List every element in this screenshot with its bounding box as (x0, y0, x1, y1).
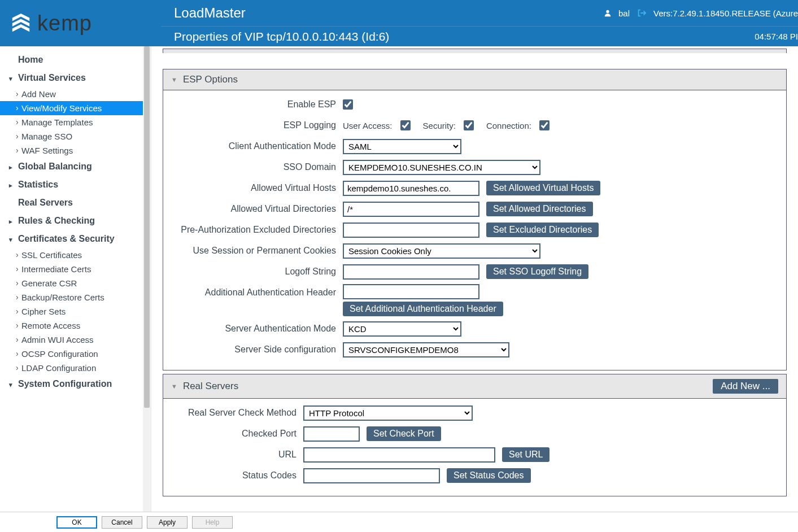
nav-view-modify[interactable]: View/Modify Services (0, 101, 151, 115)
logoff-input[interactable] (343, 264, 479, 280)
nav-real-servers[interactable]: Real Servers (0, 194, 151, 212)
nav-global-balancing[interactable]: Global Balancing (0, 158, 151, 176)
set-status-codes-button[interactable]: Set Status Codes (447, 468, 531, 483)
nav-ocsp[interactable]: OCSP Configuration (0, 347, 151, 361)
checked-port-input[interactable] (303, 426, 360, 442)
enable-esp-checkbox[interactable] (343, 99, 353, 110)
nav-cipher[interactable]: Cipher Sets (0, 304, 151, 319)
sso-domain-select[interactable]: KEMPDEMO10.SUNESHES.CO.IN (343, 160, 540, 175)
server-side-select[interactable]: SRVSCONFIGKEMPDEMO8 (343, 342, 509, 357)
nav-manage-templates[interactable]: Manage Templates (0, 115, 151, 129)
log-security-checkbox[interactable] (464, 120, 474, 130)
client-auth-label: Client Authentication Mode (173, 141, 343, 151)
url-input[interactable] (303, 447, 495, 463)
set-check-port-button[interactable]: Set Check Port (367, 426, 441, 441)
nav-rules[interactable]: Rules & Checking (0, 212, 151, 230)
server-side-label: Server Side configuration (173, 345, 343, 355)
status-codes-label: Status Codes (173, 470, 303, 481)
nav-home[interactable]: Home (0, 51, 151, 69)
addl-auth-label: Additional Authentication Header (173, 284, 343, 298)
nav-admin[interactable]: Admin WUI Access (0, 333, 151, 347)
cancel-button[interactable]: Cancel (102, 516, 142, 529)
nav-certs[interactable]: Certificates & Security (0, 230, 151, 248)
nav-intermediate[interactable]: Intermediate Certs (0, 262, 151, 276)
scrollbar[interactable] (143, 46, 151, 532)
set-allowed-dirs-button[interactable]: Set Allowed Directories (486, 202, 593, 216)
nav-ssl[interactable]: SSL Certificates (0, 248, 151, 262)
esp-panel-header[interactable]: ▼ ESP Options (163, 69, 786, 90)
app-title: LoadMaster (174, 5, 246, 21)
rs-panel-header[interactable]: ▼ Real Servers Add New ... (163, 374, 786, 399)
set-excluded-dirs-button[interactable]: Set Excluded Directories (486, 223, 599, 237)
server-auth-label: Server Authentication Mode (173, 324, 343, 334)
allowed-dirs-label: Allowed Virtual Directories (173, 204, 343, 214)
collapse-icon: ▼ (171, 76, 177, 83)
server-auth-select[interactable]: KCD (343, 321, 461, 337)
excluded-dirs-input[interactable] (343, 223, 479, 238)
set-allowed-hosts-button[interactable]: Set Allowed Virtual Hosts (486, 181, 600, 195)
svg-marker-2 (12, 24, 29, 32)
username: bal (618, 8, 630, 18)
apply-button[interactable]: Apply (147, 516, 187, 529)
check-method-select[interactable]: HTTP Protocol (303, 405, 473, 421)
logout-icon[interactable] (636, 8, 647, 18)
nav-system-config[interactable]: System Configuration (0, 375, 151, 393)
log-security-label: Security: (423, 121, 456, 130)
rs-panel-title: Real Servers (183, 381, 238, 392)
nav-csr[interactable]: Generate CSR (0, 276, 151, 290)
svg-point-3 (606, 10, 609, 13)
logo-text: kemp (37, 11, 92, 36)
allowed-hosts-label: Allowed Virtual Hosts (173, 183, 343, 193)
set-addl-auth-button[interactable]: Set Additional Authentication Header (343, 302, 503, 316)
status-codes-input[interactable] (303, 468, 440, 483)
log-connection-label: Connection: (486, 121, 531, 130)
nav-virtual-services[interactable]: Virtual Services (0, 69, 151, 87)
nav-remote[interactable]: Remote Access (0, 319, 151, 333)
nav-ldap[interactable]: LDAP Configuration (0, 361, 151, 375)
checked-port-label: Checked Port (173, 429, 303, 439)
logoff-label: Logoff String (173, 267, 343, 277)
nav-backup[interactable]: Backup/Restore Certs (0, 290, 151, 304)
enable-esp-label: Enable ESP (173, 99, 343, 110)
esp-panel-title: ESP Options (183, 74, 238, 85)
check-method-label: Real Server Check Method (173, 408, 303, 418)
nav-statistics[interactable]: Statistics (0, 176, 151, 194)
addl-auth-input[interactable] (343, 284, 479, 299)
url-label: URL (173, 450, 303, 460)
esp-panel: ▼ ESP Options Enable ESP ESP Logging Use… (163, 69, 787, 370)
cookies-label: Use Session or Permanent Cookies (173, 246, 343, 256)
nav-add-new[interactable]: Add New (0, 87, 151, 101)
sidebar: Home Virtual Services Add New View/Modif… (0, 46, 151, 532)
user-icon (604, 9, 612, 17)
real-servers-panel: ▼ Real Servers Add New ... Real Server C… (163, 374, 787, 496)
cookies-select[interactable]: Session Cookies Only (343, 243, 540, 259)
logo-area: kemp (0, 0, 161, 46)
sso-domain-label: SSO Domain (173, 162, 343, 172)
allowed-dirs-input[interactable] (343, 202, 479, 217)
allowed-hosts-input[interactable] (343, 181, 479, 196)
help-button[interactable]: Help (192, 516, 233, 529)
header-right: bal Vers:7.2.49.1.18450.RELEASE (Azure (604, 8, 798, 18)
log-user-checkbox[interactable] (400, 120, 411, 130)
log-connection-checkbox[interactable] (539, 120, 550, 130)
dialog-button-bar: OK Cancel Apply Help (0, 512, 798, 532)
nav-waf-settings[interactable]: WAF Settings (0, 143, 151, 158)
set-url-button[interactable]: Set URL (502, 447, 550, 462)
ok-button[interactable]: OK (56, 516, 97, 529)
main-content: ▼ ESP Options Enable ESP ESP Logging Use… (151, 46, 798, 532)
client-auth-select[interactable]: SAML (343, 139, 461, 154)
collapse-icon: ▼ (171, 383, 177, 390)
kemp-logo-icon (10, 12, 32, 34)
clock: 04:57:48 PI (755, 32, 798, 41)
log-user-label: User Access: (343, 121, 393, 130)
nav-manage-sso[interactable]: Manage SSO (0, 129, 151, 143)
excluded-dirs-label: Pre-Authorization Excluded Directories (173, 225, 343, 235)
set-logoff-button[interactable]: Set SSO Logoff String (486, 264, 588, 279)
rs-add-new-button[interactable]: Add New ... (713, 379, 778, 394)
version-text: Vers:7.2.49.1.18450.RELEASE (Azure (653, 8, 798, 18)
esp-logging-label: ESP Logging (173, 120, 343, 130)
page-title: Properties of VIP tcp/10.0.0.10:443 (Id:… (174, 30, 389, 43)
